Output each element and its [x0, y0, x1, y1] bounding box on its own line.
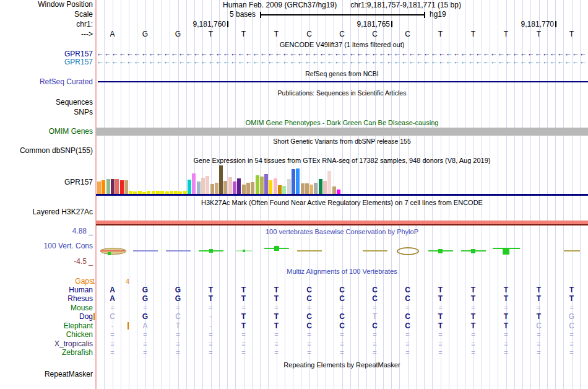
align-cell: = [227, 349, 260, 357]
label-layered-h3k27ac[interactable]: Layered H3K27Ac [0, 208, 93, 216]
label-refseq-curated[interactable]: RefSeq Curated [0, 78, 93, 86]
gtex-tissue-bar[interactable] [256, 175, 259, 194]
ruler-tick [555, 21, 556, 27]
gtex-tissue-bar[interactable] [210, 184, 214, 194]
gtex-tissue-bar[interactable] [269, 180, 272, 194]
species-label-elephant[interactable]: Elephant [0, 322, 93, 330]
gtex-tissue-bar[interactable] [228, 177, 232, 194]
title-refseq: RefSeq genes from NCBI [96, 70, 588, 78]
species-label-dog[interactable]: Dog [0, 313, 93, 321]
gtex-tissue-bar[interactable] [97, 181, 101, 194]
gtex-tissue-bar[interactable] [314, 183, 318, 194]
gtex-tissue-bar[interactable] [124, 180, 128, 194]
align-cell: = [490, 331, 522, 339]
gtex-tissue-bar[interactable] [120, 180, 124, 194]
species-label-chicken[interactable]: Chicken [0, 331, 93, 339]
align-cell: T [457, 313, 490, 321]
align-cell: = [227, 331, 260, 339]
omim-gene-bar[interactable] [96, 128, 588, 136]
gtex-tissue-bar[interactable] [242, 185, 246, 194]
align-cell: C [358, 322, 391, 330]
base-letter: T [424, 30, 457, 38]
phylop-line [564, 250, 580, 251]
align-cell: = [555, 349, 588, 357]
gene-model-gpr157-a[interactable]: ←←←←←←←←←←←←←←←←←←←←←←←←←←←←←←←←←←←←←←←←… [97, 50, 587, 58]
title-omim: OMIM Gene Phenotypes - Dark Green Can Be… [96, 119, 588, 127]
h3k27ac-signal-bar[interactable] [96, 221, 588, 225]
align-cell: A [129, 322, 162, 330]
gtex-tissue-bar[interactable] [264, 174, 268, 194]
gtex-tissue-bar[interactable] [246, 183, 250, 194]
align-cell: ≡ [424, 340, 457, 348]
gtex-tissue-bar[interactable] [292, 169, 295, 194]
gtex-tissue-bar[interactable] [115, 179, 119, 194]
gtex-tissue-bar[interactable] [188, 180, 191, 194]
align-cell: T [490, 322, 522, 330]
label-vert-cons[interactable]: 100 Vert. Cons [0, 242, 93, 250]
scale-genome: hg19 [430, 11, 446, 19]
gtex-tissue-bar[interactable] [332, 186, 336, 194]
align-cell: = [358, 349, 391, 357]
gtex-tissue-bar[interactable] [251, 182, 254, 194]
align-cell: - [194, 313, 227, 321]
gtex-tissue-bar[interactable] [219, 165, 223, 194]
align-cell: = [457, 349, 490, 357]
gtex-tissue-bar[interactable] [296, 168, 300, 194]
align-cell: = [129, 349, 162, 357]
gtex-tissue-bar[interactable] [102, 180, 105, 194]
gtex-tissue-bar[interactable] [278, 185, 282, 194]
gtex-tissue-bar[interactable] [260, 177, 264, 194]
gtex-tissue-bar[interactable] [192, 173, 196, 194]
species-label-rhesus[interactable]: Rhesus [0, 295, 93, 303]
gtex-tissue-bar[interactable] [301, 183, 305, 194]
label-gtex-gene[interactable]: GPR157 [0, 178, 93, 186]
gtex-tissue-bar[interactable] [323, 181, 327, 194]
align-cell: ≡ [358, 340, 391, 348]
gtex-tissue-bar[interactable] [233, 181, 236, 194]
gtex-tissue-bar[interactable] [111, 179, 115, 194]
align-cell: T [555, 295, 588, 303]
label-repeatmasker[interactable]: RepeatMasker [0, 370, 93, 378]
species-label-mouse[interactable]: Mouse [0, 304, 93, 312]
gtex-tissue-bar[interactable] [337, 190, 340, 194]
gtex-tissue-bar[interactable] [287, 179, 291, 194]
label-omim-genes[interactable]: OMIM Genes [0, 128, 93, 136]
gtex-tissue-bar[interactable] [327, 171, 331, 194]
position-display: chr1:9,181,757-9,181,771 (15 bp) [350, 1, 461, 9]
species-label-zebrafish[interactable]: Zebrafish [0, 349, 93, 357]
phylop-square [108, 252, 111, 255]
gtex-tissue-bar[interactable] [205, 176, 209, 194]
align-cell: = [522, 349, 555, 357]
species-label-x_tropicalis[interactable]: X_tropicalis [0, 340, 93, 348]
gtex-tissue-bar[interactable] [215, 183, 218, 194]
species-label-human[interactable]: Human [0, 286, 93, 294]
label-snps[interactable]: SNPs [0, 108, 93, 116]
gtex-tissue-bar[interactable] [319, 179, 322, 194]
align-cell: C [293, 322, 326, 330]
gtex-tissue-bar[interactable] [274, 178, 277, 194]
phylop-line [363, 250, 387, 251]
align-cell: = [326, 331, 358, 339]
gtex-tissue-bar[interactable] [237, 178, 241, 194]
base-letter: G [129, 30, 162, 38]
refseq-gene-line[interactable] [98, 81, 588, 82]
phylop-mark [396, 250, 420, 251]
align-cell: = [457, 331, 490, 339]
gtex-tissue-bar[interactable] [201, 178, 205, 194]
gap-tick [93, 313, 95, 320]
label-gaps[interactable]: Gaps [0, 278, 93, 286]
align-cell: - [194, 322, 227, 330]
gtex-tissue-bar[interactable] [223, 181, 227, 194]
label-common-dbsnp[interactable]: Common dbSNP(155) [0, 147, 93, 155]
label-sequences[interactable]: Sequences [0, 98, 93, 107]
gtex-tissue-bar[interactable] [309, 185, 313, 194]
gtex-tissue-bar[interactable] [305, 183, 309, 194]
gtex-tissue-bar[interactable] [197, 181, 201, 194]
label-gene-gpr157-b[interactable]: GPR157 [0, 58, 93, 66]
gtex-tissue-bar[interactable] [282, 186, 286, 194]
align-cell: = [555, 331, 588, 339]
gtex-tissue-bar[interactable] [106, 179, 110, 194]
genome-browser: Window Position Human Feb. 2009 (GRCh37/… [0, 0, 588, 389]
gene-model-gpr157-b[interactable]: ←←←←←←←←←←←←←←←←←←←←←←←←←←←←←←←←←←←←←←←←… [97, 58, 587, 66]
align-cell: C [293, 313, 326, 321]
